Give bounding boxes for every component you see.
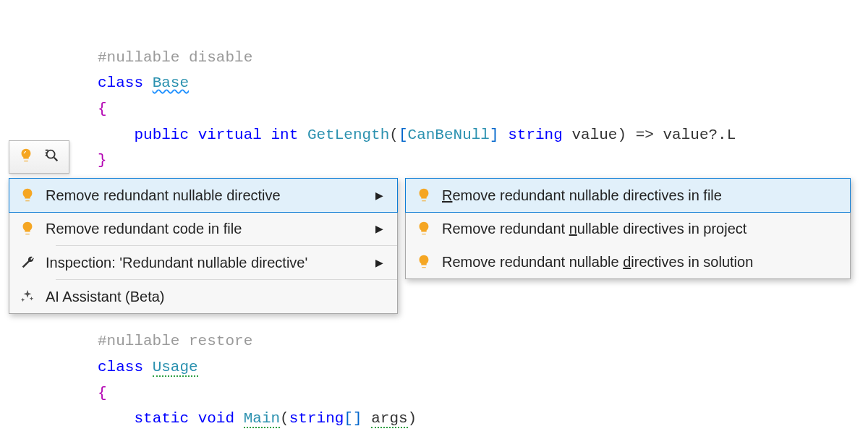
- method-main: Main: [244, 410, 280, 428]
- submenu-arrow-icon: ▶: [375, 257, 387, 268]
- menu-item-label: Remove redundant nullable directives in …: [442, 254, 840, 271]
- brace-close: }: [98, 152, 107, 169]
- brace-open: {: [98, 101, 107, 117]
- action-ai-assistant[interactable]: AI Assistant (Beta): [9, 280, 397, 313]
- wrench-icon: [20, 255, 46, 271]
- lightbulb-icon: [20, 187, 46, 203]
- lightbulb-toolbar[interactable]: [9, 140, 69, 174]
- keyword-int: int: [271, 127, 298, 143]
- lightbulb-icon: [416, 254, 442, 270]
- svg-point-0: [47, 150, 55, 158]
- svg-line-1: [54, 157, 58, 161]
- brace-open: {: [98, 385, 107, 401]
- lightbulb-icon[interactable]: [18, 148, 34, 167]
- param-args: args: [371, 410, 407, 428]
- sparkle-icon: [20, 289, 46, 305]
- inspect-icon[interactable]: [44, 148, 60, 167]
- action-remove-in-project[interactable]: Remove redundant nullable directives in …: [406, 212, 850, 245]
- action-remove-in-file[interactable]: Remove redundant nullable directives in …: [405, 178, 851, 213]
- param-value: value: [571, 127, 617, 143]
- menu-item-label: Inspection: 'Redundant nullable directiv…: [46, 255, 375, 271]
- action-inspection-options[interactable]: Inspection: 'Redundant nullable directiv…: [9, 246, 397, 279]
- menu-item-label: Remove redundant code in file: [46, 221, 375, 237]
- keyword-public: public: [134, 127, 189, 143]
- menu-item-label: Remove redundant nullable directives in …: [442, 221, 840, 237]
- method-name: GetLength: [307, 127, 389, 143]
- action-remove-redundant-nullable-directive[interactable]: Remove redundant nullable directive ▶: [9, 178, 398, 213]
- keyword-string: string: [508, 127, 563, 143]
- keyword-static: static: [134, 410, 189, 427]
- type-name-base: Base: [153, 75, 189, 91]
- nullable-directive: #nullable disable: [98, 49, 252, 66]
- quick-actions-submenu: Remove redundant nullable directives in …: [405, 178, 851, 279]
- keyword-virtual: virtual: [198, 127, 262, 143]
- menu-item-label: Remove redundant nullable directives in …: [442, 187, 840, 204]
- keyword-class: class: [98, 75, 143, 91]
- keyword-void: void: [198, 410, 234, 427]
- action-remove-redundant-code-in-file[interactable]: Remove redundant code in file ▶: [9, 212, 397, 245]
- lightbulb-icon: [416, 221, 442, 237]
- lightbulb-icon: [416, 187, 442, 203]
- submenu-arrow-icon: ▶: [375, 223, 387, 234]
- keyword-string: string: [289, 410, 344, 427]
- menu-item-label: AI Assistant (Beta): [46, 289, 387, 305]
- type-name-usage: Usage: [153, 359, 198, 377]
- keyword-class: class: [98, 359, 143, 375]
- menu-item-label: Remove redundant nullable directive: [46, 187, 375, 204]
- submenu-arrow-icon: ▶: [375, 190, 387, 201]
- lightbulb-icon: [20, 221, 46, 237]
- nullable-restore: #nullable restore: [98, 333, 252, 349]
- attribute-canbenull: CanBeNull: [408, 127, 490, 143]
- action-remove-in-solution[interactable]: Remove redundant nullable directives in …: [406, 245, 850, 278]
- quick-actions-menu: Remove redundant nullable directive ▶ Re…: [9, 178, 398, 314]
